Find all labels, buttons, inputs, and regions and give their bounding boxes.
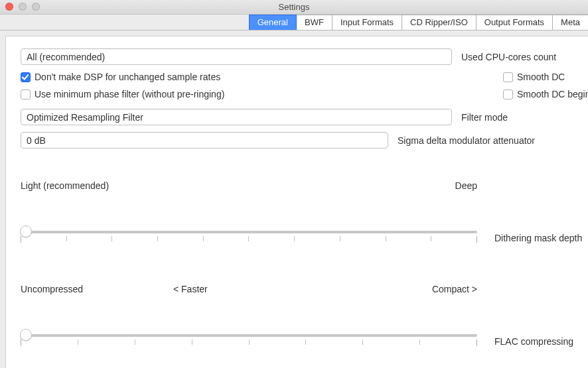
cpu-cores-select[interactable]: All (recommended)	[21, 48, 452, 65]
cpu-cores-label: Used CPU-cores count	[461, 52, 556, 62]
smooth-dc-begin-label: Smooth DC begin fir	[517, 89, 588, 99]
window-title: Settings	[0, 2, 588, 12]
dsp-unchanged-checkbox[interactable]	[21, 72, 31, 82]
cpu-cores-value: All (recommended)	[27, 52, 105, 62]
filter-mode-value: Optimized Resampling Filter	[27, 112, 143, 123]
flac-caption: FLAC compressing	[494, 336, 573, 347]
flac-mid-label: < Faster	[173, 284, 208, 294]
tab-output-formats[interactable]: Output Formats	[476, 15, 553, 30]
settings-window: Settings General BWF Input Formats CD Ri…	[0, 0, 588, 368]
flac-slider[interactable]	[21, 330, 477, 353]
tab-general[interactable]: General	[249, 15, 297, 30]
filter-mode-label: Filter mode	[461, 112, 508, 123]
smooth-dc-checkbox[interactable]	[503, 72, 513, 82]
tab-bwf[interactable]: BWF	[296, 15, 332, 30]
tab-meta[interactable]: Meta	[552, 15, 588, 30]
tab-input-formats[interactable]: Input Formats	[332, 15, 402, 30]
dither-slider[interactable]	[21, 227, 477, 249]
dither-right-label: Deep	[455, 180, 477, 191]
slider-ticks	[21, 339, 477, 346]
dither-left-label: Light (recommended)	[21, 180, 109, 191]
slider-track	[21, 334, 477, 337]
tabstrip: General BWF Input Formats CD Ripper/ISO …	[0, 15, 588, 31]
general-panel: All (recommended) Used CPU-cores count D…	[5, 36, 588, 368]
smooth-dc-label: Smooth DC	[517, 72, 565, 82]
tab-cd-ripper[interactable]: CD Ripper/ISO	[402, 15, 477, 30]
sigma-delta-label: Sigma delta modulator attenuator	[398, 135, 535, 146]
sigma-delta-select[interactable]: 0 dB	[21, 132, 388, 149]
flac-right-label: Compact >	[432, 284, 477, 294]
flac-left-label: Uncompressed	[21, 284, 83, 294]
smooth-dc-begin-checkbox[interactable]	[503, 90, 513, 99]
titlebar: Settings	[0, 0, 588, 15]
slider-ticks	[21, 236, 477, 243]
dither-caption: Dithering mask depth	[494, 233, 582, 243]
slider-track	[21, 231, 477, 233]
sigma-delta-value: 0 dB	[27, 135, 46, 146]
min-phase-checkbox[interactable]	[21, 90, 31, 99]
filter-mode-select[interactable]: Optimized Resampling Filter	[21, 109, 452, 125]
dsp-unchanged-label: Don't make DSP for unchanged sample rate…	[35, 72, 220, 82]
min-phase-label: Use minimum phase filter (without pre-ri…	[35, 89, 224, 99]
